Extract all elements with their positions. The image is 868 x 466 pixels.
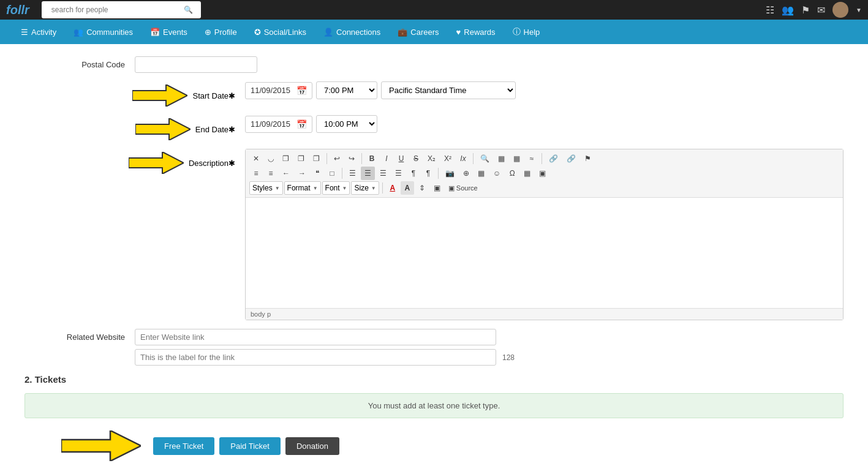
events-icon: 📅 — [150, 28, 160, 37]
rte-font-dropdown[interactable]: Font ▼ — [322, 181, 350, 195]
rte-subscript[interactable]: X₂ — [424, 152, 439, 165]
rte-font-label: Font — [325, 184, 340, 192]
nav-connections[interactable]: 👤 Connections — [315, 20, 389, 44]
nav-events[interactable]: 📅 Events — [142, 20, 196, 44]
rte-link[interactable]: 🔗 — [545, 152, 562, 165]
rte-sep7 — [382, 182, 383, 194]
rte-maximize[interactable]: ⇕ — [415, 181, 429, 195]
postal-code-row: Postal Code — [25, 56, 843, 73]
rte-pagebreak[interactable]: ▦ — [520, 167, 534, 180]
calendar-icon[interactable]: ☷ — [766, 4, 774, 16]
rte-copy[interactable]: ◡ — [264, 152, 277, 165]
rte-spellcheck[interactable]: ≈ — [525, 152, 538, 165]
rte-undo[interactable]: ↩ — [330, 152, 344, 165]
rte-blockquote[interactable]: ❝ — [311, 167, 324, 180]
rte-ol[interactable]: ≡ — [249, 167, 263, 180]
end-date-field: 11/09/2015 📅 10:00 PM 7:00 PM 8:00 PM 9:… — [245, 115, 843, 133]
activity-icon: ☰ — [21, 28, 28, 37]
rte-format-dropdown[interactable]: Format ▼ — [284, 181, 321, 195]
description-required: ✱ — [228, 159, 235, 168]
description-label-col: Description ✱ — [25, 149, 245, 174]
rte-replace[interactable]: ▦ — [494, 152, 508, 165]
nav-social-label: Social/Links — [264, 28, 306, 37]
search-input[interactable] — [47, 2, 181, 17]
nav-communities[interactable]: 👥 Communities — [65, 20, 142, 44]
rte-selectall[interactable]: ▦ — [510, 152, 524, 165]
rte-italic[interactable]: I — [380, 152, 393, 165]
start-time-select[interactable]: 7:00 PM 8:00 PM 9:00 PM 10:00 PM — [316, 81, 377, 99]
paid-ticket-button[interactable]: Paid Ticket — [219, 437, 281, 455]
ticket-notice: You must add at least one ticket type. — [25, 393, 843, 418]
rte-indent[interactable]: → — [295, 167, 309, 180]
rte-sep4 — [542, 153, 542, 164]
flag-icon[interactable]: ⚑ — [801, 4, 810, 16]
rte-flash[interactable]: ⊕ — [459, 167, 473, 180]
start-date-calendar-icon[interactable]: 📅 — [296, 86, 307, 96]
rte-bidirtl[interactable]: ¶ — [421, 167, 435, 180]
rte-redo[interactable]: ↪ — [345, 152, 358, 165]
rte-paste2[interactable]: ❐ — [294, 152, 308, 165]
rte-justifycenter[interactable]: ☰ — [361, 167, 375, 180]
rte-paste3[interactable]: ❐ — [309, 152, 323, 165]
rte-specialchar[interactable]: Ω — [505, 167, 519, 180]
rte-cut[interactable]: ✕ — [249, 152, 263, 165]
rte-justifyfull[interactable]: ☰ — [391, 167, 406, 180]
rte-outdent[interactable]: ← — [279, 167, 293, 180]
ticket-arrow-row: Free Ticket Paid Ticket Donation — [61, 430, 843, 461]
postal-code-input[interactable] — [135, 56, 257, 73]
rte-textcolor[interactable]: A — [386, 181, 399, 195]
nav-careers[interactable]: 💼 Careers — [389, 20, 447, 44]
website-label-row: 128 — [135, 349, 843, 366]
people-icon[interactable]: 👥 — [782, 4, 794, 16]
rte-paste[interactable]: ❐ — [279, 152, 293, 165]
timezone-select[interactable]: Pacific Standard Time Mountain Standard … — [381, 81, 516, 99]
rte-underline[interactable]: U — [394, 152, 408, 165]
free-ticket-button[interactable]: Free Ticket — [153, 437, 214, 455]
rte-source[interactable]: ▣ Source — [445, 181, 481, 195]
start-date-label: Start Date — [192, 91, 228, 100]
nav-profile[interactable]: ⊕ Profile — [196, 20, 246, 44]
nav-help[interactable]: ⓘ Help — [504, 20, 549, 44]
user-dropdown-arrow[interactable]: ▼ — [856, 7, 862, 13]
rte-creatediv[interactable]: □ — [325, 167, 339, 180]
rte-anchor[interactable]: ⚑ — [581, 152, 595, 165]
avatar[interactable] — [832, 2, 848, 18]
website-url-input[interactable] — [135, 329, 496, 345]
rte-size-dropdown[interactable]: Size ▼ — [351, 181, 379, 195]
rte-body[interactable] — [246, 198, 843, 308]
rte-smiley[interactable]: ☺ — [489, 167, 504, 180]
end-date-required: ✱ — [228, 125, 235, 134]
rte-strikethrough[interactable]: S — [409, 152, 423, 165]
rte-justifyleft[interactable]: ☰ — [345, 167, 360, 180]
tickets-section-title: 2. Tickets — [25, 374, 843, 385]
rte-format-label: Format — [287, 184, 311, 192]
rte-superscript[interactable]: X² — [440, 152, 455, 165]
rte-styles-dropdown[interactable]: Styles ▼ — [249, 181, 283, 195]
rte-table[interactable]: ▦ — [474, 167, 488, 180]
nav-connections-label: Connections — [336, 28, 380, 37]
nav-activity[interactable]: ☰ Activity — [12, 20, 65, 44]
rte-bgcolor[interactable]: A — [401, 181, 414, 195]
website-label-input[interactable] — [135, 349, 496, 366]
rte-ul[interactable]: ≡ — [264, 167, 277, 180]
rte-bold[interactable]: B — [365, 152, 379, 165]
website-field: 128 — [135, 329, 843, 366]
rte-find[interactable]: 🔍 — [477, 152, 493, 165]
donation-button[interactable]: Donation — [285, 437, 339, 455]
rte-showblocks[interactable]: ▣ — [430, 181, 444, 195]
end-time-select[interactable]: 10:00 PM 7:00 PM 8:00 PM 9:00 PM — [316, 115, 377, 133]
rte-bidiltr[interactable]: ¶ — [407, 167, 420, 180]
end-date-calendar-icon[interactable]: 📅 — [296, 119, 307, 129]
rte-toolbar: ✕ ◡ ❐ ❐ ❐ ↩ ↪ B I U S X₂ X² — [246, 149, 843, 198]
nav-communities-label: Communities — [86, 28, 133, 37]
rte-unlink[interactable]: 🔗 — [563, 152, 579, 165]
nav-social[interactable]: ✪ Social/Links — [246, 20, 315, 44]
rte-justifyright[interactable]: ☰ — [376, 167, 390, 180]
rte-removeformat[interactable]: Ix — [456, 152, 470, 165]
nav-rewards[interactable]: ♥ Rewards — [448, 20, 504, 44]
nav-events-label: Events — [163, 28, 187, 37]
rte-iframe[interactable]: ▣ — [535, 167, 549, 180]
rte-toolbar-row2: ≡ ≡ ← → ❝ □ ☰ ☰ ☰ ☰ ¶ ¶ 📷 — [249, 167, 839, 180]
mail-icon[interactable]: ✉ — [817, 4, 825, 16]
rte-image[interactable]: 📷 — [442, 167, 458, 180]
